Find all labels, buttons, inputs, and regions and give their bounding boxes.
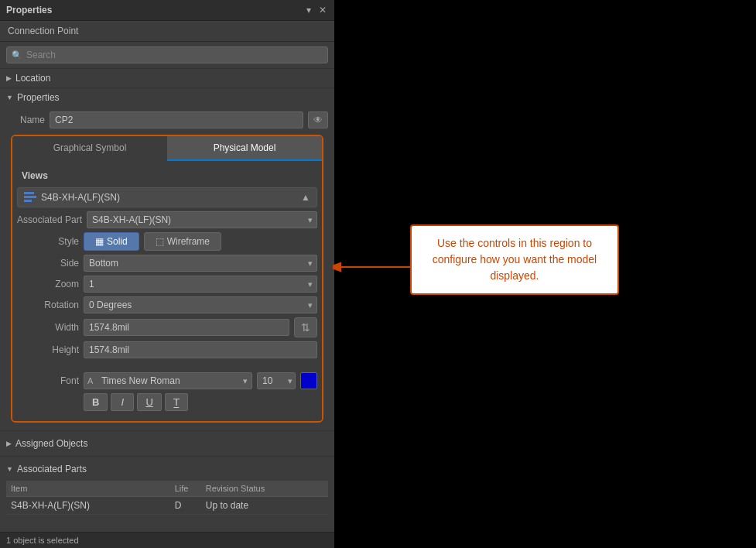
pin-button[interactable]: ▾ — [305, 5, 313, 15]
search-input[interactable] — [26, 50, 323, 60]
callout-box: Use the controls in this region to confi… — [410, 224, 619, 295]
panel-body: ▶ Location ▼ Properties Name 👁 Graphical… — [0, 68, 334, 548]
panel-subtitle: Connection Point — [0, 21, 334, 42]
col-item: Item — [6, 481, 170, 497]
underline-button[interactable]: U — [137, 393, 161, 411]
width-input[interactable] — [84, 319, 289, 336]
rotation-row: Rotation 0 Degrees — [17, 296, 317, 313]
panel-titlebar: Properties ▾ ✕ — [0, 0, 334, 21]
eye-button[interactable]: 👁 — [308, 111, 328, 128]
assigned-objects-section: ▶ Assigned Objects — [0, 430, 334, 456]
views-label: Views — [17, 167, 317, 184]
assigned-objects-label: Assigned Objects — [15, 438, 87, 449]
font-color-swatch[interactable] — [300, 372, 317, 389]
style-buttons: ▦ Solid ⬚ Wireframe — [84, 232, 317, 251]
views-item[interactable]: S4B-XH-A(LF)(SN) ▲ — [17, 187, 317, 207]
associated-part-row: Associated Part S4B-XH-A(LF)(SN) — [17, 211, 317, 228]
height-input[interactable] — [84, 341, 317, 358]
properties-section-header[interactable]: ▼ Properties — [0, 87, 334, 107]
bold-button[interactable]: B — [84, 393, 108, 411]
callout-arrow — [333, 248, 418, 286]
search-input-wrap: 🔍 — [6, 46, 328, 63]
font-label: Font — [17, 375, 79, 386]
close-button[interactable]: ✕ — [317, 5, 328, 15]
tab-content: Views S4B-XH-A(LF)(SN) ▲ Associa — [12, 161, 322, 421]
wireframe-label: Wireframe — [167, 236, 210, 247]
table-row[interactable]: S4B-XH-A(LF)(SN) D Up to date — [6, 497, 328, 515]
associated-parts-header[interactable]: ▼ Associated Parts — [6, 461, 328, 478]
wireframe-icon: ⬚ — [156, 236, 164, 247]
callout-text: Use the controls in this region to confi… — [433, 237, 597, 282]
associated-part-label: Associated Part — [17, 214, 82, 225]
side-select-wrap: Bottom — [84, 255, 317, 272]
height-label: Height — [17, 344, 79, 355]
solid-button[interactable]: ▦ Solid — [84, 232, 139, 251]
height-row: Height — [17, 341, 317, 358]
width-label: Width — [17, 322, 79, 333]
side-label: Side — [17, 258, 79, 269]
associated-parts-table: Item Life Revision Status S4B-XH-A(LF)(S… — [6, 481, 328, 515]
name-label: Name — [6, 115, 45, 125]
style-label: Style — [17, 236, 79, 247]
name-input[interactable] — [50, 111, 303, 128]
text-format-row: B I U T̲ — [84, 393, 317, 411]
tabbed-region: Graphical Symbol Physical Model Views — [11, 135, 323, 423]
lock-button[interactable]: ⇅ — [294, 317, 317, 337]
associated-part-select[interactable]: S4B-XH-A(LF)(SN) — [87, 211, 317, 228]
font-size-wrap: 10 — [257, 372, 296, 389]
strikethrough-button[interactable]: T̲ — [165, 393, 188, 411]
cell-item: S4B-XH-A(LF)(SN) — [6, 497, 170, 515]
views-item-left: S4B-XH-A(LF)(SN) — [24, 192, 120, 203]
italic-button[interactable]: I — [111, 393, 134, 411]
zoom-row: Zoom 1 — [17, 276, 317, 293]
tab-graphical-symbol[interactable]: Graphical Symbol — [12, 136, 167, 161]
chevron-up-icon: ▲ — [301, 192, 310, 203]
associated-parts-label: Associated Parts — [17, 464, 87, 474]
name-row: Name 👁 — [6, 111, 328, 128]
panel-title: Properties — [6, 5, 52, 15]
font-row: Font A Times New Roman 10 — [17, 372, 317, 389]
rotation-select[interactable]: 0 Degrees — [84, 296, 317, 313]
location-label: Location — [15, 73, 50, 84]
solid-icon: ▦ — [95, 236, 104, 247]
titlebar-controls: ▾ ✕ — [305, 5, 328, 15]
views-item-name: S4B-XH-A(LF)(SN) — [41, 192, 120, 203]
properties-section-body: Name 👁 Graphical Symbol Physical Model V… — [0, 107, 334, 430]
cell-life: D — [170, 497, 201, 515]
associated-parts-section: ▼ Associated Parts Item Life Revision St… — [0, 456, 334, 519]
wireframe-button[interactable]: ⬚ Wireframe — [144, 232, 221, 251]
search-icon: 🔍 — [12, 50, 22, 60]
tab-bar: Graphical Symbol Physical Model — [12, 136, 322, 161]
side-select[interactable]: Bottom — [84, 255, 317, 272]
assigned-objects-header[interactable]: ▶ Assigned Objects — [6, 435, 328, 452]
cell-status: Up to date — [201, 497, 328, 515]
properties-triangle-icon: ▼ — [6, 94, 13, 101]
font-icon: A — [87, 376, 93, 385]
style-row: Style ▦ Solid ⬚ Wireframe — [17, 232, 317, 251]
tab-physical-model[interactable]: Physical Model — [167, 136, 322, 161]
part-icon — [24, 192, 36, 203]
solid-label: Solid — [107, 236, 128, 247]
associated-part-select-wrap: S4B-XH-A(LF)(SN) — [87, 211, 317, 228]
width-row: Width ⇅ — [17, 317, 317, 337]
location-section-header[interactable]: ▶ Location — [0, 68, 334, 87]
assigned-objects-triangle-icon: ▶ — [6, 440, 12, 447]
rotation-label: Rotation — [17, 300, 79, 310]
font-select[interactable]: Times New Roman — [84, 372, 252, 389]
font-size-select[interactable]: 10 — [257, 372, 296, 389]
col-status: Revision Status — [201, 481, 328, 497]
side-row: Side Bottom — [17, 255, 317, 272]
col-life: Life — [170, 481, 201, 497]
location-triangle-icon: ▶ — [6, 74, 12, 82]
associated-parts-triangle-icon: ▼ — [6, 465, 13, 473]
rotation-select-wrap: 0 Degrees — [84, 296, 317, 313]
search-bar: 🔍 — [0, 42, 334, 68]
status-text: 1 object is selected — [6, 536, 79, 545]
zoom-select[interactable]: 1 — [84, 276, 317, 293]
zoom-select-wrap: 1 — [84, 276, 317, 293]
properties-panel: Properties ▾ ✕ Connection Point 🔍 ▶ Loca… — [0, 0, 334, 548]
properties-label: Properties — [17, 92, 60, 103]
zoom-label: Zoom — [17, 279, 79, 289]
font-select-wrap: A Times New Roman — [84, 372, 252, 389]
status-bar: 1 object is selected — [0, 532, 334, 548]
